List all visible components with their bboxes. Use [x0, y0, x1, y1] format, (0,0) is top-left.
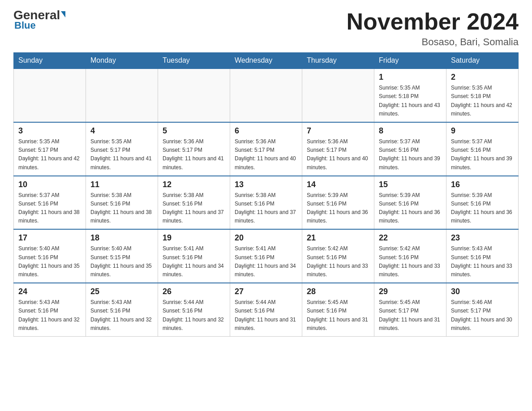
sun-info: Sunrise: 5:39 AMSunset: 5:16 PMDaylight:…	[451, 191, 514, 226]
calendar-cell: 4Sunrise: 5:35 AMSunset: 5:17 PMDaylight…	[86, 122, 158, 176]
sun-info: Sunrise: 5:38 AMSunset: 5:16 PMDaylight:…	[163, 191, 225, 226]
day-number: 2	[451, 73, 514, 82]
day-number: 13	[235, 180, 297, 189]
day-number: 9	[451, 126, 514, 136]
calendar-table: SundayMondayTuesdayWednesdayThursdayFrid…	[13, 52, 519, 337]
sun-info: Sunrise: 5:39 AMSunset: 5:16 PMDaylight:…	[307, 191, 369, 226]
day-number: 22	[379, 233, 442, 243]
sun-info: Sunrise: 5:35 AMSunset: 5:17 PMDaylight:…	[90, 137, 153, 172]
day-number: 16	[451, 180, 514, 189]
weekday-header-tuesday: Tuesday	[158, 53, 230, 69]
sun-info: Sunrise: 5:42 AMSunset: 5:16 PMDaylight:…	[379, 244, 442, 279]
sun-info: Sunrise: 5:44 AMSunset: 5:16 PMDaylight:…	[163, 298, 225, 333]
sun-info: Sunrise: 5:40 AMSunset: 5:16 PMDaylight:…	[18, 244, 81, 279]
sun-info: Sunrise: 5:36 AMSunset: 5:17 PMDaylight:…	[307, 137, 369, 172]
logo-triangle-icon	[61, 11, 65, 17]
day-number: 20	[235, 233, 297, 243]
sun-info: Sunrise: 5:36 AMSunset: 5:17 PMDaylight:…	[163, 137, 225, 172]
sun-info: Sunrise: 5:42 AMSunset: 5:16 PMDaylight:…	[307, 244, 369, 279]
calendar-cell: 15Sunrise: 5:39 AMSunset: 5:16 PMDayligh…	[374, 176, 446, 230]
day-number: 28	[307, 287, 369, 296]
sun-info: Sunrise: 5:35 AMSunset: 5:18 PMDaylight:…	[379, 84, 442, 118]
calendar-cell	[86, 68, 158, 122]
calendar-cell: 29Sunrise: 5:45 AMSunset: 5:17 PMDayligh…	[374, 283, 446, 336]
day-number: 26	[163, 287, 225, 296]
calendar-week-4: 17Sunrise: 5:40 AMSunset: 5:16 PMDayligh…	[14, 229, 519, 283]
sun-info: Sunrise: 5:35 AMSunset: 5:18 PMDaylight:…	[451, 84, 514, 118]
day-number: 30	[451, 287, 514, 296]
calendar-cell: 12Sunrise: 5:38 AMSunset: 5:16 PMDayligh…	[158, 176, 230, 230]
weekday-header-sunday: Sunday	[14, 53, 86, 69]
calendar-week-5: 24Sunrise: 5:43 AMSunset: 5:16 PMDayligh…	[14, 283, 519, 336]
day-number: 25	[90, 287, 153, 296]
logo: General Blue	[13, 9, 65, 31]
calendar-cell: 5Sunrise: 5:36 AMSunset: 5:17 PMDaylight…	[158, 122, 230, 176]
calendar-cell: 24Sunrise: 5:43 AMSunset: 5:16 PMDayligh…	[14, 283, 86, 336]
sun-info: Sunrise: 5:37 AMSunset: 5:16 PMDaylight:…	[379, 137, 442, 172]
sun-info: Sunrise: 5:38 AMSunset: 5:16 PMDaylight:…	[235, 191, 297, 226]
calendar-cell: 3Sunrise: 5:35 AMSunset: 5:17 PMDaylight…	[14, 122, 86, 176]
day-number: 19	[163, 233, 225, 243]
day-number: 18	[90, 233, 153, 243]
calendar-cell: 23Sunrise: 5:43 AMSunset: 5:16 PMDayligh…	[446, 229, 519, 283]
sun-info: Sunrise: 5:45 AMSunset: 5:17 PMDaylight:…	[379, 298, 442, 333]
calendar-cell	[230, 68, 302, 122]
day-number: 14	[307, 180, 369, 189]
sun-info: Sunrise: 5:38 AMSunset: 5:16 PMDaylight:…	[90, 191, 153, 226]
day-number: 5	[163, 126, 225, 136]
weekday-header-saturday: Saturday	[446, 53, 519, 69]
weekday-header-thursday: Thursday	[302, 53, 374, 69]
day-number: 11	[90, 180, 153, 189]
weekday-header-wednesday: Wednesday	[230, 53, 302, 69]
calendar-header-row: SundayMondayTuesdayWednesdayThursdayFrid…	[14, 53, 519, 69]
day-number: 4	[90, 126, 153, 136]
sun-info: Sunrise: 5:39 AMSunset: 5:16 PMDaylight:…	[379, 191, 442, 226]
calendar-cell	[14, 68, 86, 122]
weekday-header-friday: Friday	[374, 53, 446, 69]
calendar-cell: 25Sunrise: 5:43 AMSunset: 5:16 PMDayligh…	[86, 283, 158, 336]
day-number: 27	[235, 287, 297, 296]
calendar-cell: 2Sunrise: 5:35 AMSunset: 5:18 PMDaylight…	[446, 68, 519, 122]
calendar-cell: 16Sunrise: 5:39 AMSunset: 5:16 PMDayligh…	[446, 176, 519, 230]
calendar-cell	[158, 68, 230, 122]
calendar-cell: 6Sunrise: 5:36 AMSunset: 5:17 PMDaylight…	[230, 122, 302, 176]
month-title: November 2024	[347, 9, 519, 34]
day-number: 8	[379, 126, 442, 136]
day-number: 12	[163, 180, 225, 189]
day-number: 3	[18, 126, 81, 136]
calendar-cell: 27Sunrise: 5:44 AMSunset: 5:16 PMDayligh…	[230, 283, 302, 336]
sun-info: Sunrise: 5:46 AMSunset: 5:17 PMDaylight:…	[451, 298, 514, 333]
calendar-cell: 11Sunrise: 5:38 AMSunset: 5:16 PMDayligh…	[86, 176, 158, 230]
calendar-cell: 19Sunrise: 5:41 AMSunset: 5:16 PMDayligh…	[158, 229, 230, 283]
sun-info: Sunrise: 5:44 AMSunset: 5:16 PMDaylight:…	[235, 298, 297, 333]
sun-info: Sunrise: 5:35 AMSunset: 5:17 PMDaylight:…	[18, 137, 81, 172]
calendar-cell: 14Sunrise: 5:39 AMSunset: 5:16 PMDayligh…	[302, 176, 374, 230]
logo-blue-text: Blue	[14, 20, 36, 31]
title-block: November 2024 Bosaso, Bari, Somalia	[347, 9, 519, 48]
calendar-cell: 30Sunrise: 5:46 AMSunset: 5:17 PMDayligh…	[446, 283, 519, 336]
sun-info: Sunrise: 5:45 AMSunset: 5:16 PMDaylight:…	[307, 298, 369, 333]
page-header: General Blue November 2024 Bosaso, Bari,…	[13, 9, 519, 48]
sun-info: Sunrise: 5:36 AMSunset: 5:17 PMDaylight:…	[235, 137, 297, 172]
sun-info: Sunrise: 5:40 AMSunset: 5:15 PMDaylight:…	[90, 244, 153, 279]
calendar-cell: 17Sunrise: 5:40 AMSunset: 5:16 PMDayligh…	[14, 229, 86, 283]
weekday-header-monday: Monday	[86, 53, 158, 69]
calendar-cell: 20Sunrise: 5:41 AMSunset: 5:16 PMDayligh…	[230, 229, 302, 283]
day-number: 15	[379, 180, 442, 189]
day-number: 23	[451, 233, 514, 243]
sun-info: Sunrise: 5:41 AMSunset: 5:16 PMDaylight:…	[163, 244, 225, 279]
day-number: 1	[379, 73, 442, 82]
calendar-cell: 7Sunrise: 5:36 AMSunset: 5:17 PMDaylight…	[302, 122, 374, 176]
calendar-cell: 22Sunrise: 5:42 AMSunset: 5:16 PMDayligh…	[374, 229, 446, 283]
calendar-cell: 21Sunrise: 5:42 AMSunset: 5:16 PMDayligh…	[302, 229, 374, 283]
day-number: 7	[307, 126, 369, 136]
calendar-week-1: 1Sunrise: 5:35 AMSunset: 5:18 PMDaylight…	[14, 68, 519, 122]
calendar-cell: 13Sunrise: 5:38 AMSunset: 5:16 PMDayligh…	[230, 176, 302, 230]
location-text: Bosaso, Bari, Somalia	[347, 36, 519, 48]
sun-info: Sunrise: 5:37 AMSunset: 5:16 PMDaylight:…	[18, 191, 81, 226]
calendar-week-3: 10Sunrise: 5:37 AMSunset: 5:16 PMDayligh…	[14, 176, 519, 230]
calendar-cell: 1Sunrise: 5:35 AMSunset: 5:18 PMDaylight…	[374, 68, 446, 122]
calendar-cell: 28Sunrise: 5:45 AMSunset: 5:16 PMDayligh…	[302, 283, 374, 336]
calendar-cell: 18Sunrise: 5:40 AMSunset: 5:15 PMDayligh…	[86, 229, 158, 283]
calendar-cell: 10Sunrise: 5:37 AMSunset: 5:16 PMDayligh…	[14, 176, 86, 230]
